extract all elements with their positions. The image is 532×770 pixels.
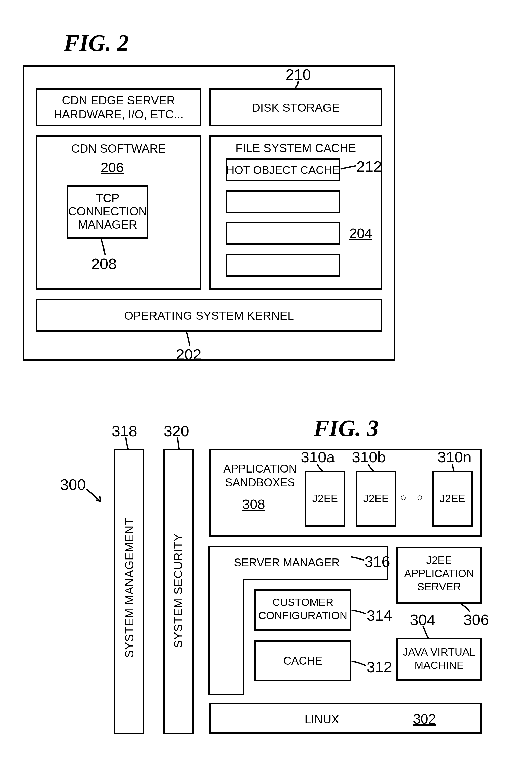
fig2-disk-ref: 210 — [286, 66, 311, 83]
fig2-cdn-sw-label: CDN SOFTWARE — [36, 141, 201, 155]
fig2-cache-row-3 — [226, 254, 340, 277]
fig3-linux-label: LINUX — [305, 712, 339, 726]
fig2-kernel-label: OPERATING SYSTEM KERNEL — [36, 309, 382, 323]
fig2-kernel-ref: 202 — [176, 346, 201, 363]
fig3-j2ee-a-label: J2EE — [305, 492, 345, 505]
fig3-servermgr-ref: 316 — [365, 553, 390, 570]
fig3-syssec-ref: 320 — [164, 422, 189, 440]
fig2-title: FIG. 2 — [64, 29, 129, 56]
fig3-custcfg-label: CUSTOMER CONFIGURATION — [254, 596, 351, 622]
fig3-j2eeapp-label: J2EE APPLICATION SERVER — [396, 553, 482, 594]
fig3-j2eeapp-ref: 306 — [463, 611, 489, 629]
fig3-linux-ref: 302 — [413, 711, 436, 727]
fig3-linux-box — [209, 703, 482, 734]
fig3-cache-label: CACHE — [254, 655, 351, 667]
fig2-cache-row-2 — [226, 222, 340, 245]
fig3-title: FIG. 3 — [314, 415, 379, 442]
fig3-servermgr-label: SERVER MANAGER — [224, 556, 349, 569]
fig2-tcp-label: TCP CONNECTION MANAGER — [67, 191, 148, 231]
fig3-syssec-label: SYSTEM SECURITY — [171, 533, 185, 648]
fig3-cache-ref: 312 — [367, 658, 392, 676]
fig3-jvm-ref: 304 — [410, 611, 435, 629]
fig2-hot-label: HOT OBJECT CACHE — [226, 164, 340, 176]
fig2-hot-ref: 212 — [356, 158, 382, 175]
fig2-cdn-hw-label: CDN EDGE SERVER HARDWARE, I/O, ETC... — [36, 93, 201, 121]
fig3-j2ee-n-ref: 310n — [437, 448, 471, 466]
fig2-fscache-label: FILE SYSTEM CACHE — [209, 141, 382, 155]
fig3-sandboxes-ref: 308 — [242, 496, 265, 512]
fig3-j2ee-b-label: J2EE — [356, 492, 396, 505]
fig2-cdn-sw-ref: 206 — [101, 159, 124, 175]
fig3-j2ee-a-ref: 310a — [301, 448, 335, 466]
fig3-jvm-label: JAVA VIRTUAL MACHINE — [396, 646, 482, 672]
fig3-300-ref: 300 — [60, 476, 86, 493]
fig3-sysmgmt-ref: 318 — [112, 422, 137, 440]
fig3-sysmgmt-label: SYSTEM MANAGEMENT — [122, 518, 136, 658]
fig2-disk-label: DISK STORAGE — [209, 101, 382, 114]
fig3-custcfg-ref: 314 — [367, 607, 392, 624]
fig2-fscache-ref: 204 — [349, 225, 372, 241]
fig3-j2ee-b-ref: 310b — [352, 448, 386, 466]
fig3-sandboxes-label: APPLICATION SANDBOXES — [218, 462, 302, 489]
fig2-cache-row-1 — [226, 190, 340, 213]
fig2-tcp-ref: 208 — [91, 255, 117, 273]
fig3-j2ee-n-label: J2EE — [432, 492, 473, 505]
